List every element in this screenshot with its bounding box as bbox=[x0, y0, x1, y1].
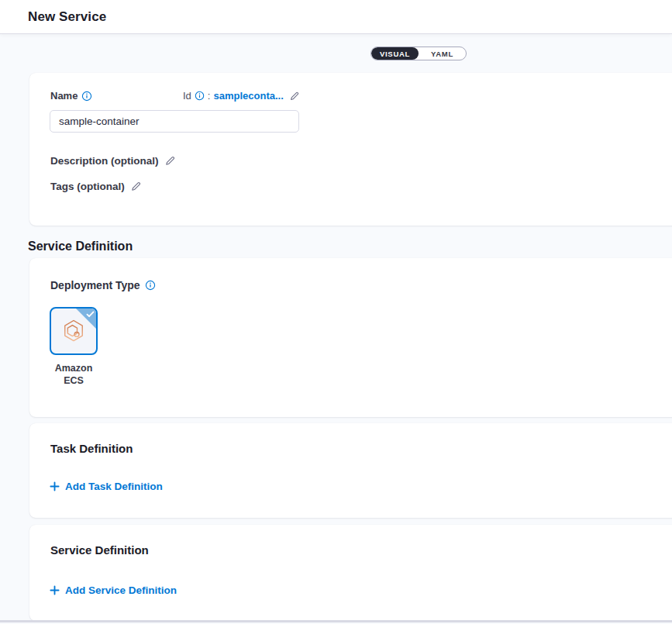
toggle-visual[interactable]: VISUAL bbox=[371, 47, 419, 60]
task-definition-title: Task Definition bbox=[50, 442, 133, 455]
id-separator: : bbox=[208, 90, 211, 102]
deployment-type-info-icon[interactable] bbox=[145, 280, 156, 291]
deployment-option-amazon-ecs[interactable] bbox=[50, 307, 98, 355]
add-service-definition-button[interactable]: Add Service Definition bbox=[50, 584, 177, 596]
service-definition-card: Service Definition Add Service Definitio… bbox=[29, 525, 672, 621]
service-name-input[interactable] bbox=[50, 110, 299, 133]
service-id-row: Id : sampleconta... bbox=[183, 90, 300, 102]
new-service-page: New Service VISUAL YAML Name Id bbox=[0, 0, 672, 624]
page-header: New Service bbox=[0, 0, 672, 34]
deployment-type-card: Deployment Type bbox=[29, 258, 672, 417]
toggle-yaml[interactable]: YAML bbox=[419, 47, 466, 60]
add-service-definition-label: Add Service Definition bbox=[65, 584, 177, 596]
edit-id-icon[interactable] bbox=[289, 91, 300, 102]
edit-tags-icon[interactable] bbox=[130, 181, 142, 192]
edit-description-icon[interactable] bbox=[164, 155, 176, 167]
selected-check-icon bbox=[86, 311, 95, 318]
service-definition-title: Service Definition bbox=[50, 543, 149, 557]
service-overview-card: Name Id : sampleconta... bbox=[29, 73, 672, 226]
description-label: Description (optional) bbox=[50, 155, 159, 167]
deployment-option-label: Amazon ECS bbox=[50, 362, 98, 387]
plus-icon bbox=[50, 585, 60, 595]
page-bottom-divider bbox=[0, 620, 672, 622]
plus-icon bbox=[50, 481, 60, 491]
tags-label: Tags (optional) bbox=[50, 181, 125, 192]
name-label: Name bbox=[50, 90, 78, 102]
name-label-row: Name bbox=[50, 90, 92, 102]
id-label: Id bbox=[183, 90, 191, 102]
task-definition-card: Task Definition Add Task Definition bbox=[29, 423, 672, 518]
visual-yaml-toggle: VISUAL YAML bbox=[370, 47, 467, 60]
page-title: New Service bbox=[28, 9, 106, 25]
service-definition-section-title: Service Definition bbox=[28, 240, 133, 253]
deployment-type-label-row: Deployment Type bbox=[50, 279, 156, 291]
id-info-icon[interactable] bbox=[195, 91, 205, 101]
description-row: Description (optional) bbox=[50, 155, 176, 167]
add-task-definition-label: Add Task Definition bbox=[65, 481, 163, 492]
service-id-value: sampleconta... bbox=[213, 90, 283, 102]
deployment-type-label: Deployment Type bbox=[50, 279, 140, 291]
tags-row: Tags (optional) bbox=[50, 181, 142, 192]
name-info-icon[interactable] bbox=[81, 91, 92, 102]
add-task-definition-button[interactable]: Add Task Definition bbox=[50, 481, 163, 492]
